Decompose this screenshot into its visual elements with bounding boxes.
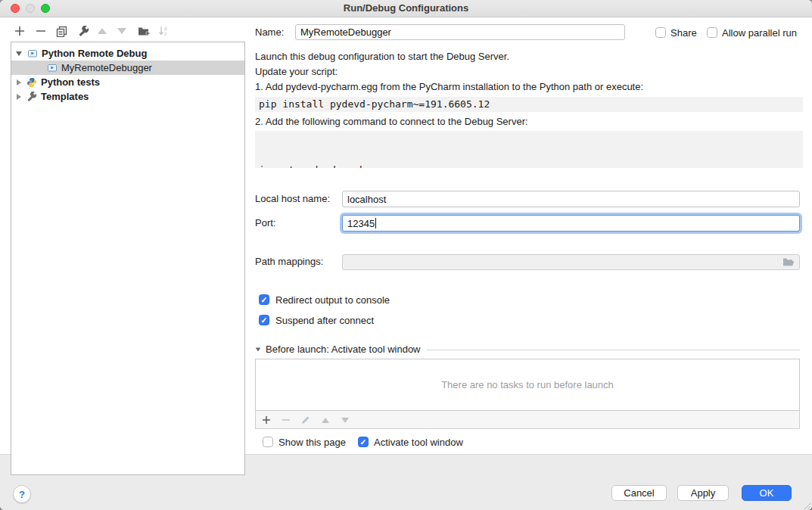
chevron-right-icon[interactable] <box>17 94 21 100</box>
chevron-right-icon[interactable] <box>17 79 21 86</box>
settrace-code: import pydevd_pycharm pydevd_pycharm.set… <box>255 131 803 168</box>
tree-item-label: MyRemoteDebugger <box>61 62 152 73</box>
tree-item-label: Templates <box>41 91 89 102</box>
remove-icon <box>282 415 291 424</box>
local-host-name-label: Local host name: <box>255 193 330 205</box>
before-launch-label: Before launch: Activate tool window <box>266 344 421 356</box>
python-logo-icon <box>26 77 38 88</box>
remove-configuration-button[interactable] <box>33 23 48 39</box>
run-debug-configurations-dialog: Run/Debug Configurations a z <box>0 0 812 510</box>
before-launch-header[interactable]: Before launch: Activate tool window <box>255 344 800 356</box>
help-button[interactable]: ? <box>13 485 31 503</box>
path-mappings-label: Path mappings: <box>255 256 323 268</box>
edit-task-button[interactable] <box>299 414 313 426</box>
add-task-button[interactable] <box>260 414 273 426</box>
new-folder-button[interactable] <box>136 23 151 39</box>
remove-task-button[interactable] <box>279 414 293 426</box>
name-label: Name: <box>255 26 284 39</box>
empty-tasks-message: There are no tasks to run before launch <box>441 379 614 390</box>
text-caret <box>375 218 376 229</box>
code-line: import pydevd_pycharm <box>259 163 799 168</box>
add-configuration-button[interactable] <box>12 23 27 39</box>
instruction-line: Update your script: <box>255 66 338 78</box>
section-separator <box>427 350 800 350</box>
tree-item-myremotedebugger[interactable]: MyRemoteDebugger <box>11 61 244 75</box>
share-checkbox[interactable] <box>655 27 666 38</box>
show-this-page-checkbox[interactable] <box>263 437 273 447</box>
new-folder-icon <box>138 26 151 36</box>
wrench-icon <box>26 92 38 102</box>
sort-alphabetically-icon: a z <box>158 26 170 36</box>
move-up-button[interactable] <box>95 23 110 39</box>
tree-item-label: Python tests <box>41 76 100 88</box>
remove-icon <box>36 26 46 36</box>
add-icon <box>14 26 25 36</box>
svg-text:z: z <box>164 31 166 36</box>
tree-item-label: Python Remote Debug <box>42 48 147 59</box>
share-label[interactable]: Share <box>670 27 697 39</box>
port-input[interactable]: 12345 <box>342 215 800 232</box>
instruction-step1: 1. Add pydevd-pycharm.egg from the PyCha… <box>255 81 643 93</box>
move-down-button[interactable] <box>114 23 129 39</box>
window-title: Run/Debug Configurations <box>0 0 812 17</box>
resize-grip[interactable] <box>802 501 811 510</box>
browse-folder-icon[interactable] <box>782 257 795 267</box>
copy-configuration-button[interactable] <box>54 23 69 39</box>
instruction-step2: 2. Add the following command to connect … <box>255 116 528 128</box>
title-bar[interactable]: Run/Debug Configurations <box>0 0 812 17</box>
move-down-icon <box>117 28 126 34</box>
configurations-tree: Python Remote Debug MyRemoteDebugger Pyt… <box>11 42 245 475</box>
allow-parallel-run-checkbox[interactable] <box>707 27 717 38</box>
ok-button[interactable]: OK <box>742 485 792 501</box>
sort-configurations-button[interactable]: a z <box>156 23 171 39</box>
allow-parallel-run-label[interactable]: Allow parallel run <box>722 27 797 39</box>
add-icon <box>262 415 271 424</box>
cancel-button[interactable]: Cancel <box>611 485 667 501</box>
path-mappings-input[interactable] <box>342 254 800 270</box>
port-label: Port: <box>255 217 275 229</box>
apply-button[interactable]: Apply <box>677 485 729 501</box>
before-launch-tasks-panel[interactable]: There are no tasks to run before launch <box>255 359 800 411</box>
move-down-icon <box>341 418 349 423</box>
pip-command-code: pip install pydevd-pycharm~=191.6605.12 <box>255 97 803 112</box>
copy-icon <box>56 26 67 37</box>
move-task-up-button[interactable] <box>319 414 332 426</box>
activate-tool-window-label[interactable]: Activate tool window <box>374 437 463 449</box>
tasks-toolbar <box>255 411 800 429</box>
name-input[interactable]: MyRemoteDebugger <box>295 24 625 40</box>
activate-tool-window-checkbox[interactable] <box>358 437 369 447</box>
instruction-line: Launch this debug configuration to start… <box>255 51 509 63</box>
tree-item-python-remote-debug[interactable]: Python Remote Debug <box>11 46 244 61</box>
wrench-icon <box>78 26 89 37</box>
svg-text:a: a <box>164 26 167 31</box>
run-config-icon <box>26 48 39 58</box>
edit-pencil-icon <box>301 415 310 424</box>
edit-templates-button[interactable] <box>76 23 91 39</box>
run-config-icon <box>46 63 58 73</box>
collapse-section-icon[interactable] <box>256 348 260 352</box>
move-up-icon <box>322 418 329 423</box>
move-up-icon <box>98 28 107 34</box>
chevron-down-icon[interactable] <box>16 51 22 56</box>
move-task-down-button[interactable] <box>338 414 352 426</box>
suspend-after-connect-checkbox[interactable] <box>259 315 269 325</box>
redirect-output-label[interactable]: Redirect output to console <box>275 294 390 306</box>
show-this-page-label[interactable]: Show this page <box>278 437 346 449</box>
suspend-after-connect-label[interactable]: Suspend after connect <box>275 315 374 327</box>
local-host-name-input[interactable]: localhost <box>342 191 800 207</box>
tree-item-templates[interactable]: Templates <box>11 89 244 104</box>
redirect-output-checkbox[interactable] <box>259 294 269 305</box>
tree-item-python-tests[interactable]: Python tests <box>11 75 244 89</box>
